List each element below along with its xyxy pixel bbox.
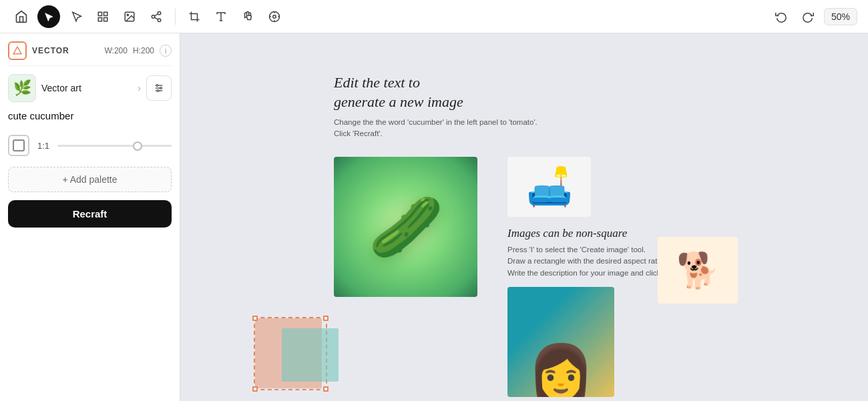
hint-card: Edit the text togenerate a new image Cha…	[334, 73, 537, 140]
selection-box[interactable]	[254, 317, 327, 390]
recraft-button[interactable]: Recraft	[8, 200, 172, 228]
style-name[interactable]: Vector art	[41, 83, 132, 93]
canvas[interactable]: Edit the text togenerate a new image Cha…	[180, 33, 868, 401]
hint-desc-2: Click 'Recraft'.	[334, 128, 537, 139]
style-thumbnail: 🌿	[8, 74, 36, 102]
vector-icon	[8, 41, 27, 60]
add-palette-button[interactable]: + Add palette	[8, 167, 172, 192]
handle-bottom-left[interactable]	[252, 386, 258, 392]
handle-top-right[interactable]	[323, 316, 329, 321]
dog-image[interactable]: 🐕	[658, 237, 738, 304]
hint-title: Edit the text togenerate a new image	[334, 73, 537, 111]
svg-line-10	[154, 13, 158, 15]
hat-image[interactable]: 👩	[507, 287, 614, 397]
toolbar: 50%	[0, 0, 868, 33]
svg-point-5	[127, 14, 128, 15]
svg-line-9	[154, 17, 158, 19]
zoom-control[interactable]: 50%	[824, 8, 857, 25]
hint-desc-1: Change the the word 'cucumber' in the le…	[334, 117, 537, 128]
cursor-icon[interactable]	[37, 5, 60, 28]
ratio-icon	[8, 135, 29, 156]
slider-thumb[interactable]	[133, 141, 142, 151]
cucumber-emoji: 🥒	[369, 192, 443, 262]
svg-point-23	[156, 85, 158, 87]
svg-point-7	[152, 15, 155, 18]
width-value: W:200	[104, 46, 127, 55]
sofa-image[interactable]: 🛋️	[507, 157, 591, 217]
ratio-row: 1:1	[8, 135, 172, 156]
create-image-tool[interactable]	[264, 6, 285, 27]
svg-rect-3	[104, 17, 107, 21]
sofa-emoji: 🛋️	[526, 165, 573, 209]
svg-point-24	[160, 87, 162, 89]
svg-point-6	[158, 11, 161, 15]
prompt-text[interactable]: cute cucumber	[8, 110, 172, 121]
home-icon[interactable]	[11, 6, 32, 27]
separator-1	[175, 9, 176, 25]
svg-marker-19	[13, 47, 21, 54]
svg-rect-0	[98, 12, 101, 15]
info-icon[interactable]: i	[160, 45, 172, 57]
style-row: 🌿 Vector art ›	[8, 74, 172, 102]
crop-tool[interactable]	[184, 6, 205, 27]
canvas-content: Edit the text togenerate a new image Cha…	[180, 33, 868, 401]
redo-button[interactable]	[797, 6, 819, 27]
dog-emoji: 🐕	[676, 250, 720, 291]
hand-tool[interactable]	[237, 6, 258, 27]
cucumber-image[interactable]: 🥒	[334, 157, 477, 297]
cursor-tool[interactable]	[65, 6, 87, 27]
height-value: H:200	[133, 46, 154, 55]
ratio-slider[interactable]	[57, 145, 172, 147]
ratio-label: 1:1	[37, 141, 49, 151]
svg-rect-1	[104, 12, 107, 15]
svg-point-25	[157, 90, 159, 92]
panel-header: VECTOR W:200 H:200 i	[8, 41, 172, 66]
text-tool[interactable]	[210, 6, 232, 27]
panel-dims: W:200 H:200 i	[104, 45, 172, 57]
cucumber-background: 🥒	[334, 157, 477, 297]
svg-rect-2	[98, 17, 101, 21]
frame-tool[interactable]	[92, 6, 114, 27]
svg-point-8	[158, 19, 161, 22]
handle-top-left[interactable]	[252, 316, 258, 321]
image-tool[interactable]	[119, 6, 140, 27]
panel-label: VECTOR	[32, 46, 69, 55]
svg-point-14	[273, 15, 276, 18]
selection-inner	[282, 328, 339, 382]
chevron-right-icon: ›	[138, 83, 141, 93]
left-panel: VECTOR W:200 H:200 i 🌿 Vector art › cute…	[0, 33, 180, 401]
undo-button[interactable]	[771, 6, 792, 27]
handle-bottom-right[interactable]	[323, 386, 329, 392]
settings-button[interactable]	[146, 75, 172, 101]
hat-emoji: 👩	[527, 341, 594, 397]
share-tool[interactable]	[146, 6, 167, 27]
